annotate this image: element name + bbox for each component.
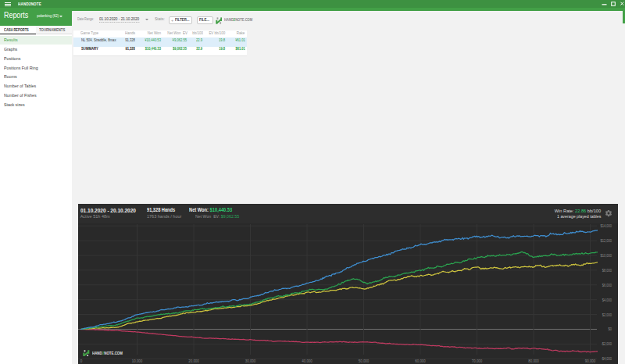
svg-text:$8,000: $8,000 [602, 267, 612, 272]
svg-text:50,000: 50,000 [359, 359, 370, 363]
svg-text:70,000: 70,000 [472, 359, 483, 363]
svg-text:$2,000: $2,000 [602, 312, 612, 316]
svg-text:0: 0 [80, 359, 83, 363]
svg-text:$14,000: $14,000 [601, 223, 612, 228]
svg-text:$0: $0 [609, 327, 612, 331]
svg-text:$4,000: $4,000 [602, 297, 612, 302]
svg-text:60,000: 60,000 [415, 359, 426, 363]
svg-text:40,000: 40,000 [302, 359, 312, 363]
svg-text:20,000: 20,000 [188, 359, 199, 363]
svg-text:10,000: 10,000 [132, 359, 143, 363]
svg-text:$6,000: $6,000 [602, 282, 612, 287]
svg-text:-$2,000: -$2,000 [601, 341, 612, 346]
svg-text:$10,000: $10,000 [601, 252, 612, 257]
svg-text:$12,000: $12,000 [601, 238, 612, 243]
svg-text:30,000: 30,000 [245, 359, 256, 363]
svg-text:80,000: 80,000 [528, 359, 539, 363]
svg-text:-$4,000: -$4,000 [601, 356, 612, 361]
svg-text:90,000: 90,000 [585, 359, 596, 363]
